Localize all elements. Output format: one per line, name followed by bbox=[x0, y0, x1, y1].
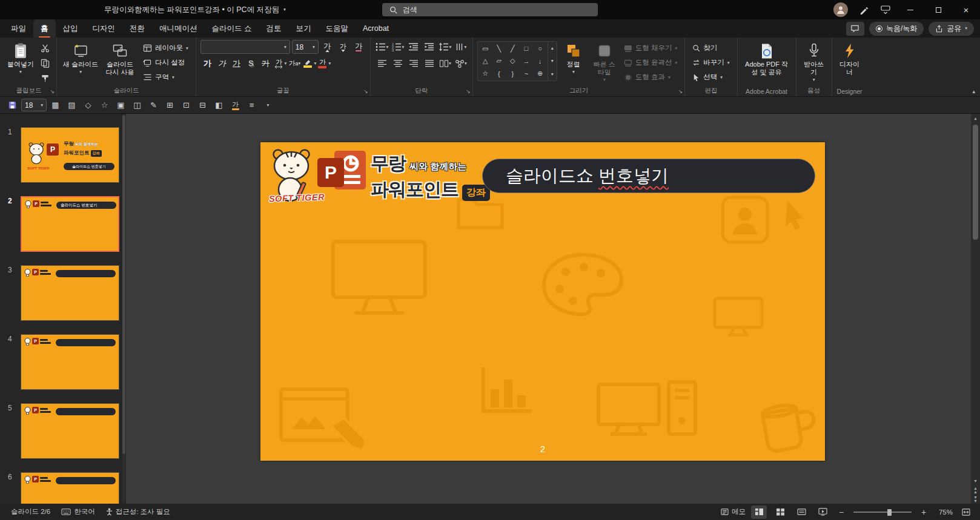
scrollbar-track[interactable] bbox=[971, 123, 980, 476]
shape-wave-icon[interactable]: ~ bbox=[525, 70, 528, 77]
slide-header-textbox[interactable]: 무랑 씨와 함께하는 파워포인트 강좌 bbox=[371, 151, 490, 202]
shapes-scroll-down-icon[interactable]: ▾ bbox=[551, 58, 554, 64]
shape-parallelogram-icon[interactable]: ▱ bbox=[496, 57, 501, 65]
qat-font-color-icon[interactable]: 가 bbox=[228, 98, 243, 113]
font-name-combo[interactable]: ▾ bbox=[200, 40, 290, 54]
shape-brace-right-icon[interactable]: } bbox=[511, 70, 514, 77]
slide-thumbnail-2[interactable]: P 슬라이드쇼 번호넣기 bbox=[21, 196, 119, 252]
fit-slide-to-window-button[interactable] bbox=[958, 505, 974, 519]
zoom-out-button[interactable]: − bbox=[836, 507, 847, 517]
section-button[interactable]: 구역 ▾ bbox=[140, 70, 191, 84]
scroll-down-icon[interactable]: ▼ bbox=[971, 476, 980, 485]
zoom-in-button[interactable]: + bbox=[918, 507, 929, 517]
shape-brace-left-icon[interactable]: { bbox=[498, 70, 500, 77]
shape-arrow-right-icon[interactable]: → bbox=[523, 58, 529, 65]
shape-star-icon[interactable]: ☆ bbox=[482, 70, 488, 77]
decrease-indent-button[interactable] bbox=[406, 40, 421, 54]
qat-shapes-icon[interactable]: ◇ bbox=[81, 98, 96, 113]
shape-plus-icon[interactable]: ⊕ bbox=[537, 70, 543, 77]
underline-button[interactable]: 가 bbox=[230, 56, 243, 70]
tab-review[interactable]: 검토 bbox=[259, 19, 288, 38]
italic-button[interactable]: 가 bbox=[215, 56, 229, 70]
align-center-button[interactable] bbox=[391, 56, 405, 70]
tab-slideshow[interactable]: 슬라이드 쇼 bbox=[205, 19, 259, 38]
reading-view-button[interactable] bbox=[793, 505, 809, 519]
text-direction-button[interactable]: ▾ bbox=[454, 40, 468, 54]
reset-button[interactable]: 다시 설정 bbox=[140, 56, 191, 70]
reuse-slides-button[interactable]: 슬라이드 다시 사용 bbox=[102, 40, 138, 77]
slide-sorter-view-button[interactable] bbox=[772, 505, 788, 519]
shapes-more-icon[interactable]: ▾ bbox=[551, 71, 554, 77]
find-button[interactable]: 찾기 bbox=[689, 41, 732, 55]
shape-rectangle-icon[interactable]: □ bbox=[525, 45, 529, 52]
qat-line-style-icon[interactable]: ≡ bbox=[244, 98, 259, 113]
create-pdf-button[interactable]: Adobe PDF 작성 및 공유 bbox=[742, 40, 792, 77]
qat-borders-all-icon[interactable]: ⊞ bbox=[162, 98, 177, 113]
powerpoint-logo[interactable]: P bbox=[316, 148, 368, 200]
slide-number-placeholder[interactable]: 2 bbox=[260, 444, 825, 454]
shape-diamond-icon[interactable]: ◇ bbox=[510, 57, 515, 65]
slide-thumbnail-5[interactable]: P bbox=[21, 403, 119, 459]
search-box[interactable]: 검색 bbox=[382, 3, 598, 16]
slide-editor-area[interactable]: SOFT TIGER P 무랑 씨와 함께하는 파워포인트 강좌 슬라이드쇼 번… bbox=[126, 114, 980, 504]
text-highlight-button[interactable]: ▾ bbox=[302, 56, 316, 70]
vertical-scrollbar[interactable]: ▲ ▼ ▲▲ ▼▼ bbox=[971, 114, 980, 504]
maximize-button[interactable] bbox=[924, 0, 952, 19]
cut-button[interactable] bbox=[38, 41, 52, 55]
slide-thumbnail-3[interactable]: P bbox=[21, 265, 119, 321]
slideshow-view-button[interactable] bbox=[815, 505, 830, 519]
shapes-scroll-up-icon[interactable]: ▴ bbox=[551, 45, 554, 51]
replace-button[interactable]: 바꾸기 ▾ bbox=[689, 56, 732, 70]
tab-file[interactable]: 파일 bbox=[4, 19, 33, 38]
bold-button[interactable]: 가 bbox=[200, 56, 214, 70]
shrink-font-button[interactable]: 가 bbox=[336, 40, 350, 54]
character-spacing-button[interactable]: 가▾ bbox=[273, 56, 287, 70]
qat-borders-outside-icon[interactable]: ⊡ bbox=[179, 98, 194, 113]
normal-view-button[interactable] bbox=[751, 505, 767, 519]
save-button[interactable] bbox=[5, 98, 20, 113]
previous-slide-icon[interactable]: ▲▲ bbox=[971, 485, 980, 495]
slide-title-textbox[interactable]: 슬라이드쇼 번호넣기 bbox=[482, 159, 815, 193]
clipboard-dialog-launcher-icon[interactable]: ↘ bbox=[50, 89, 55, 94]
document-title-button[interactable]: 무랑이와함께하는 파워포인트강좌 • 이 PC에 저장됨 ▾ bbox=[104, 5, 286, 15]
designer-button[interactable]: 디자이너 bbox=[836, 40, 863, 77]
slide-indicator[interactable]: 슬라이드 2/6 bbox=[11, 507, 50, 516]
share-button[interactable]: 공유 ▾ bbox=[929, 22, 974, 36]
tab-acrobat[interactable]: Acrobat bbox=[356, 19, 396, 38]
slide-canvas[interactable]: SOFT TIGER P 무랑 씨와 함께하는 파워포인트 강좌 슬라이드쇼 번… bbox=[260, 142, 825, 461]
qat-more-commands-icon[interactable]: ▾ bbox=[260, 98, 276, 113]
clear-formatting-button[interactable]: 가 bbox=[352, 40, 366, 54]
ribbon-display-options-icon[interactable] bbox=[875, 0, 896, 19]
slide-thumbnail-1[interactable]: SOFT TIGER P 무랑씨와 함께하는 파워포인트강좌 슬라이드쇼 번호넣… bbox=[21, 127, 119, 183]
shape-line2-icon[interactable]: ╱ bbox=[511, 45, 515, 53]
new-slide-button[interactable]: 새 슬라이드 ▾ bbox=[61, 40, 100, 76]
font-size-combo[interactable]: 18 ▾ bbox=[292, 40, 319, 54]
copy-button[interactable] bbox=[38, 56, 52, 70]
shape-textbox-icon[interactable]: ▭ bbox=[482, 45, 488, 53]
drawing-dialog-launcher-icon[interactable]: ↘ bbox=[678, 89, 683, 94]
qat-insert-table-icon[interactable]: ▤ bbox=[64, 98, 79, 113]
numbering-button[interactable]: 123▾ bbox=[391, 40, 405, 54]
quick-styles-button[interactable]: 빠른 스타일 ▾ bbox=[590, 40, 619, 84]
scrollbar-thumb[interactable] bbox=[973, 125, 978, 240]
change-case-button[interactable]: 가a▾ bbox=[288, 56, 302, 70]
slide-thumbnail-4[interactable]: P bbox=[21, 334, 119, 390]
zoom-slider-thumb[interactable] bbox=[887, 509, 892, 516]
thumbnail-scrollbar-thumb[interactable] bbox=[122, 115, 125, 454]
tab-help[interactable]: 도움말 bbox=[318, 19, 356, 38]
ink-pen-icon[interactable] bbox=[853, 0, 875, 19]
tab-insert[interactable]: 삽입 bbox=[56, 19, 85, 38]
columns-button[interactable]: ▾ bbox=[438, 56, 452, 70]
zoom-slider[interactable] bbox=[853, 512, 912, 513]
accessibility-status[interactable]: 접근성: 조사 필요 bbox=[106, 507, 170, 516]
shape-outline-button[interactable]: 도형 윤곽선 ▾ bbox=[621, 56, 680, 70]
tab-design[interactable]: 디자인 bbox=[85, 19, 123, 38]
shape-triangle-icon[interactable]: △ bbox=[483, 57, 488, 65]
arrange-button[interactable]: 정렬 ▾ bbox=[559, 40, 588, 76]
text-shadow-button[interactable]: S bbox=[244, 56, 258, 70]
comments-button[interactable] bbox=[846, 22, 864, 36]
justify-button[interactable] bbox=[422, 56, 437, 70]
align-right-button[interactable] bbox=[406, 56, 421, 70]
slide-thumbnail-6[interactable]: P bbox=[21, 472, 119, 504]
tab-home[interactable]: 홈 bbox=[33, 19, 56, 38]
